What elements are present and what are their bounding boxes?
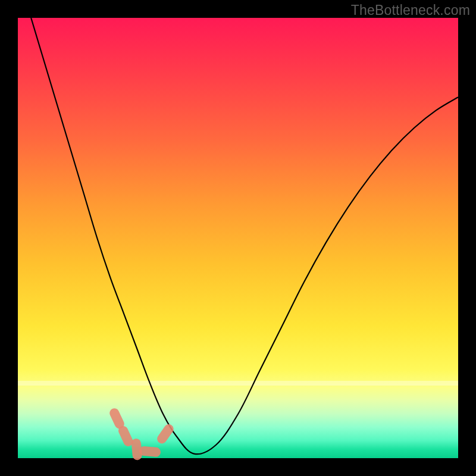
- curve-marker: [162, 429, 168, 439]
- bottleneck-curve: [31, 18, 458, 454]
- curve-marker: [123, 431, 128, 441]
- curve-marker: [144, 451, 156, 452]
- curve-marker: [114, 413, 119, 424]
- watermark-text: TheBottleneck.com: [351, 2, 470, 18]
- bottleneck-chart: [18, 18, 458, 458]
- marker-group: [114, 413, 168, 455]
- curve-marker: [136, 443, 137, 455]
